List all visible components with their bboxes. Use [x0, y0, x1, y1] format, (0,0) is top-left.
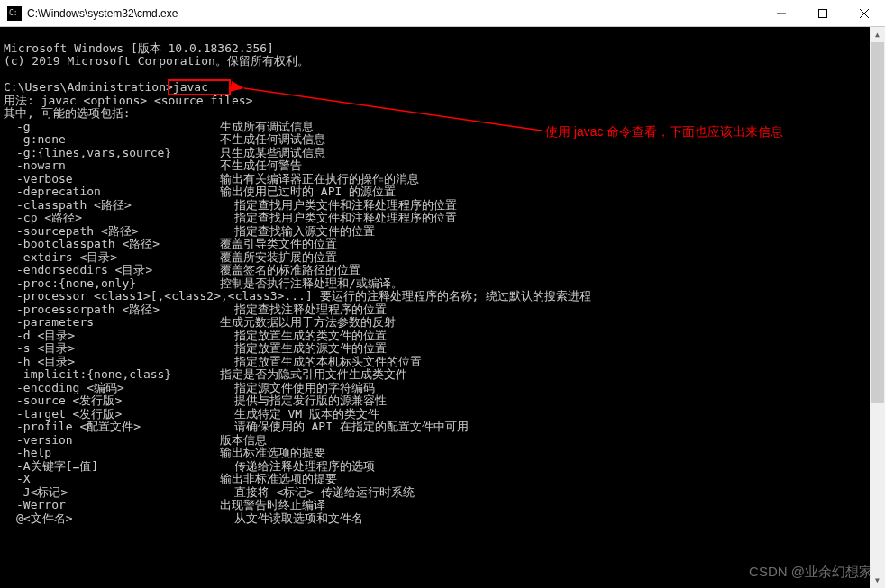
option-flag: -deprecation [4, 185, 220, 199]
option-flag: -g:{lines,vars,source} [4, 147, 220, 160]
option-row: -s <目录> 指定放置生成的源文件的位置 [4, 342, 881, 356]
option-description: 覆盖引导类文件的位置 [220, 238, 337, 251]
version-line: Microsoft Windows [版本 10.0.18362.356] [4, 41, 274, 55]
option-flag: @<文件名> [4, 512, 220, 526]
option-flag: -processor <class1>[,<class2>,<class3>..… [4, 290, 591, 303]
option-description: 只生成某些调试信息 [220, 147, 325, 160]
option-flag: -nowarn [4, 159, 220, 173]
option-flag: -encoding <编码> [4, 382, 220, 395]
usage-line2: 其中, 可能的选项包括: [4, 106, 130, 120]
vertical-scrollbar[interactable]: ▲ ▼ [870, 27, 885, 588]
option-description: 输出标准选项的提要 [220, 447, 325, 460]
svg-text:C:: C: [9, 9, 18, 17]
option-row: -processor <class1>[,<class2>,<class3>..… [4, 290, 881, 303]
option-description: 请确保使用的 API 在指定的配置文件中可用 [220, 421, 469, 434]
option-flag: -Werror [4, 499, 220, 512]
option-flag: -s <目录> [4, 342, 220, 356]
option-flag: -J<标记> [4, 486, 220, 500]
cmd-icon: C: [7, 6, 22, 21]
option-row: -nowarn不生成任何警告 [4, 159, 881, 173]
option-row: -h <目录> 指定放置生成的本机标头文件的位置 [4, 356, 881, 369]
option-flag: -processorpath <路径> [4, 303, 220, 317]
option-row: -encoding <编码> 指定源文件使用的字符编码 [4, 382, 881, 395]
option-flag: -cp <路径> [4, 212, 220, 225]
terminal-output[interactable]: Microsoft Windows [版本 10.0.18362.356] (c… [0, 27, 885, 588]
option-row: -implicit:{none,class}指定是否为隐式引用文件生成类文件 [4, 368, 881, 382]
option-description: 版本信息 [220, 434, 267, 448]
option-flag: -extdirs <目录> [4, 251, 220, 265]
option-row: -g:{lines,vars,source}只生成某些调试信息 [4, 147, 881, 160]
copyright-line: (c) 2019 Microsoft Corporation。保留所有权利。 [4, 54, 309, 68]
option-row: -endorseddirs <目录>覆盖签名的标准路径的位置 [4, 264, 881, 277]
option-flag: -d <目录> [4, 330, 220, 343]
option-description: 覆盖所安装扩展的位置 [220, 251, 337, 265]
maximize-button[interactable] [802, 0, 844, 26]
option-flag: -A关键字[=值] [4, 460, 220, 474]
option-description: 输出非标准选项的提要 [220, 473, 337, 486]
option-description: 指定查找用户类文件和注释处理程序的位置 [220, 212, 457, 225]
option-description: 指定查找注释处理程序的位置 [220, 303, 387, 317]
option-flag: -parameters [4, 316, 220, 330]
option-description: 提供与指定发行版的源兼容性 [220, 394, 387, 408]
option-flag: -version [4, 434, 220, 448]
option-row: -A关键字[=值] 传递给注释处理程序的选项 [4, 460, 881, 474]
close-button[interactable] [844, 0, 885, 26]
option-flag: -g [4, 121, 220, 134]
option-row: -d <目录> 指定放置生成的类文件的位置 [4, 330, 881, 343]
option-description: 生成特定 VM 版本的类文件 [220, 408, 379, 421]
option-row: -X输出非标准选项的提要 [4, 473, 881, 486]
option-description: 指定放置生成的类文件的位置 [220, 330, 387, 343]
option-flag: -classpath <路径> [4, 199, 220, 213]
option-flag: -X [4, 473, 220, 486]
option-row: -J<标记> 直接将 <标记> 传递给运行时系统 [4, 486, 881, 500]
option-description: 指定查找输入源文件的位置 [220, 225, 375, 239]
minimize-button[interactable] [761, 0, 802, 26]
option-flag: -target <发行版> [4, 408, 220, 421]
option-description: 传递给注释处理程序的选项 [220, 460, 375, 474]
option-description: 不生成任何调试信息 [220, 133, 325, 147]
option-row: -sourcepath <路径> 指定查找输入源文件的位置 [4, 225, 881, 239]
svg-rect-3 [819, 9, 827, 17]
option-row: -bootclasspath <路径>覆盖引导类文件的位置 [4, 238, 881, 251]
option-row: -processorpath <路径> 指定查找注释处理程序的位置 [4, 303, 881, 317]
option-row: -target <发行版> 生成特定 VM 版本的类文件 [4, 408, 881, 421]
prompt-path: C:\Users\Administration> [4, 80, 173, 94]
option-flag: -proc:{none,only} [4, 277, 220, 291]
option-description: 生成所有调试信息 [220, 121, 314, 134]
annotation-text: 使用 javac 命令查看，下面也应该出来信息 [545, 124, 783, 140]
option-description: 出现警告时终止编译 [220, 499, 325, 512]
option-description: 指定是否为隐式引用文件生成类文件 [220, 368, 407, 382]
option-flag: -implicit:{none,class} [4, 368, 220, 382]
option-row: -help输出标准选项的提要 [4, 447, 881, 460]
prompt-command: javac [173, 80, 208, 94]
option-description: 指定查找用户类文件和注释处理程序的位置 [220, 199, 457, 213]
option-description: 覆盖签名的标准路径的位置 [220, 264, 360, 277]
option-row: -parameters生成元数据以用于方法参数的反射 [4, 316, 881, 330]
scroll-up-arrow[interactable]: ▲ [870, 27, 885, 42]
option-description: 从文件读取选项和文件名 [220, 512, 363, 526]
option-description: 输出使用已过时的 API 的源位置 [220, 185, 396, 199]
usage-line1: 用法: javac <options> <source files> [4, 94, 252, 107]
option-description: 指定源文件使用的字符编码 [220, 382, 375, 395]
option-row: -cp <路径> 指定查找用户类文件和注释处理程序的位置 [4, 212, 881, 225]
watermark: CSDN @业余幻想家 [749, 564, 872, 581]
window-controls [761, 0, 885, 26]
option-description: 不生成任何警告 [220, 159, 302, 173]
option-description: 直接将 <标记> 传递给运行时系统 [220, 486, 415, 500]
option-description: 控制是否执行注释处理和/或编译。 [220, 277, 403, 291]
option-row: -classpath <路径> 指定查找用户类文件和注释处理程序的位置 [4, 199, 881, 213]
option-row: -deprecation输出使用已过时的 API 的源位置 [4, 185, 881, 199]
option-flag: -profile <配置文件> [4, 421, 220, 434]
option-row: @<文件名> 从文件读取选项和文件名 [4, 512, 881, 526]
option-flag: -h <目录> [4, 356, 220, 369]
option-flag: -source <发行版> [4, 394, 220, 408]
option-description: 指定放置生成的本机标头文件的位置 [220, 356, 422, 369]
option-flag: -g:none [4, 133, 220, 147]
option-row: -profile <配置文件> 请确保使用的 API 在指定的配置文件中可用 [4, 421, 881, 434]
scrollbar-thumb[interactable] [871, 42, 884, 403]
option-description: 生成元数据以用于方法参数的反射 [220, 316, 396, 330]
option-row: -source <发行版> 提供与指定发行版的源兼容性 [4, 394, 881, 408]
option-row: -version版本信息 [4, 434, 881, 448]
option-flag: -help [4, 447, 220, 460]
window-titlebar: C: C:\Windows\system32\cmd.exe [0, 0, 885, 27]
